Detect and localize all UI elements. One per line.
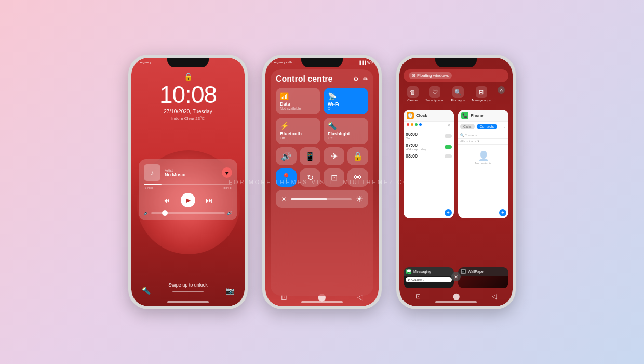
rewind-button[interactable]: ⏮ (163, 196, 170, 204)
cc-status-left: Emergency calls (270, 61, 292, 64)
findapps-app[interactable]: 🔍 Find apps (451, 86, 465, 102)
manageapps-app[interactable]: ⊞ Manage apps (472, 86, 490, 102)
mt-nav-back[interactable]: ◁ (492, 293, 497, 300)
wallpaper-icon: 🖼 (461, 269, 466, 274)
brightness-low-icon: ☀ (281, 196, 287, 203)
cc-header: Control centre ⚙ ✏ (276, 74, 368, 84)
cleaner-app[interactable]: 🗑 Cleaner (407, 86, 419, 102)
flashlight-label: Flashlight (328, 131, 364, 136)
music-time-start: 30:00 (144, 186, 153, 190)
more-icon[interactable]: ⋮ (502, 124, 506, 129)
app-cards-grid: 🕐 Clock ✕ (404, 110, 508, 270)
no-contacts-icon: 👤 (478, 150, 489, 162)
music-artist: Artist (165, 168, 218, 172)
cc-airplane-tile[interactable]: ✈ (324, 147, 344, 165)
clock-app-icon: 🕐 (407, 112, 414, 119)
volume-knob (162, 210, 168, 216)
wifi-sub: On (328, 107, 364, 110)
music-progress-fill (144, 184, 162, 185)
add-contact-button[interactable]: + (499, 209, 506, 216)
calls-tab[interactable]: Calls (460, 124, 475, 129)
phone-card[interactable]: 📞 Phone Calls Contacts ⋮ 🔍 Contacts (458, 110, 508, 218)
close-x-button[interactable]: ✕ (451, 272, 461, 281)
alarm-time-3: 08:00 (406, 153, 418, 159)
brightness-fill (291, 198, 327, 200)
notch-2 (301, 58, 343, 67)
manageapps-icon: ⊞ (476, 86, 487, 98)
cc-tile-data[interactable]: 📶 Data Not available (276, 88, 320, 114)
mt-nav-recents[interactable]: ⊡ (415, 293, 421, 300)
clock-card[interactable]: 🕐 Clock ✕ (404, 110, 454, 218)
cc-sound-tile[interactable]: 🔊 (276, 147, 297, 165)
cc-screen-tile[interactable]: ⊡ (324, 168, 344, 187)
alarm-item-1: 06:00 On (406, 131, 452, 141)
phone-lock-screen: Emergency 🔒 10:08 27/10/2020, Tuesday In… (128, 55, 248, 309)
camera-icon[interactable]: 📷 (225, 287, 234, 295)
clock-card-header: 🕐 Clock (404, 110, 454, 122)
clock-more: ✕ (447, 123, 451, 128)
music-controls: ⏮ ▶ ⏭ (144, 193, 232, 207)
cc-header-icons: ⚙ ✏ (353, 75, 368, 83)
mt-nav-home[interactable]: ⬤ (453, 293, 460, 300)
cc-vibrate-tile[interactable]: 📱 (300, 147, 320, 165)
security-app[interactable]: 🛡 Security scan (425, 86, 444, 102)
alarm-toggle-3[interactable] (445, 154, 452, 158)
music-info: Artist No Music (165, 168, 218, 177)
messaging-bubble: 1479215604 › (406, 277, 452, 282)
cc-lock-tile[interactable]: 🔒 (347, 147, 368, 165)
add-alarm-button[interactable]: + (445, 209, 452, 216)
manageapps-label: Manage apps (472, 99, 490, 102)
music-progress-bar[interactable] (144, 184, 232, 185)
cc-tile-wifi[interactable]: 📡 Wi-Fi On (324, 88, 368, 114)
alarm-toggle-1[interactable] (445, 134, 452, 138)
alarm-list: 06:00 On 07:00 Wake up today (404, 129, 454, 161)
home-indicator-2 (301, 301, 343, 303)
cc-eye-tile[interactable]: 👁 (347, 168, 368, 187)
brightness-track[interactable] (291, 198, 352, 200)
flashlight-icon[interactable]: 🔦 (142, 287, 151, 295)
contacts-search: 🔍 Contacts (458, 132, 508, 139)
music-time-end: 30:00 (223, 186, 232, 190)
close-apps-button[interactable]: ✕ (498, 86, 505, 94)
phone-multitasking: ⊡ Floating windows 🗑 Cleaner 🛡 Security … (396, 55, 516, 309)
cc-edit-icon[interactable]: ✏ (363, 75, 368, 83)
music-heart-button[interactable]: ♥ (222, 167, 232, 178)
wallpaper-card[interactable]: 🖼 WallPaper (458, 267, 508, 288)
messaging-title: Messaging (413, 270, 431, 274)
floating-windows-label: ⊡ Floating windows (409, 72, 452, 79)
music-artwork: ♪ (144, 164, 160, 181)
cc-rotate-tile[interactable]: ↻ (300, 168, 320, 187)
volume-max-icon: 🔊 (227, 211, 232, 215)
alarm-time-2: 07:00 (406, 142, 426, 148)
music-volume: 🔈 🔊 (144, 211, 232, 215)
wallpaper-title: WallPaper (468, 270, 485, 274)
close-multitasking[interactable]: ✕ (451, 272, 461, 281)
fast-forward-button[interactable]: ⏭ (206, 196, 213, 204)
multitasking-panel: ⊡ Floating windows 🗑 Cleaner 🛡 Security … (399, 58, 513, 306)
play-button[interactable]: ▶ (181, 193, 195, 207)
contacts-search-icon: 🔍 (460, 134, 464, 137)
contacts-tab[interactable]: Contacts (477, 124, 498, 129)
data-label: Data (280, 101, 316, 107)
mt-bottom-nav: ⊡ ⬤ ◁ (399, 293, 513, 300)
alarm-toggle-2[interactable] (445, 145, 452, 149)
messaging-card[interactable]: 💬 Messaging 1479215604 › (404, 267, 454, 288)
lock-weather: Indore Clear 23°C (131, 116, 245, 121)
cc-location-tile[interactable]: 📍 (276, 168, 297, 187)
quick-apps-row: 🗑 Cleaner 🛡 Security scan 🔍 Find apps ⊞ … (404, 86, 508, 102)
cleaner-label: Cleaner (407, 99, 418, 102)
music-title: No Music (165, 172, 218, 177)
wifi-icon: WiFi (367, 61, 374, 64)
cc-tile-flashlight[interactable]: 🔦 Flashlight Off (324, 118, 368, 144)
wifi-label: Wi-Fi (328, 101, 364, 107)
wallpaper-preview (458, 276, 508, 288)
cc-tile-bluetooth[interactable]: ⚡ Bluetooth Off (276, 118, 320, 144)
no-contacts-area: 👤 No contacts (458, 145, 508, 171)
phone-card-header: 📞 Phone (458, 110, 508, 122)
bluetooth-sub: Off (280, 136, 316, 140)
cc-title: Control centre (276, 74, 332, 84)
cc-settings-icon[interactable]: ⚙ (353, 75, 359, 83)
brightness-high-icon: ☀ (356, 194, 363, 204)
music-widget: ♪ Artist No Music ♥ 30:00 30:00 ⏮ ▶ (139, 159, 237, 220)
volume-track[interactable] (151, 212, 225, 214)
